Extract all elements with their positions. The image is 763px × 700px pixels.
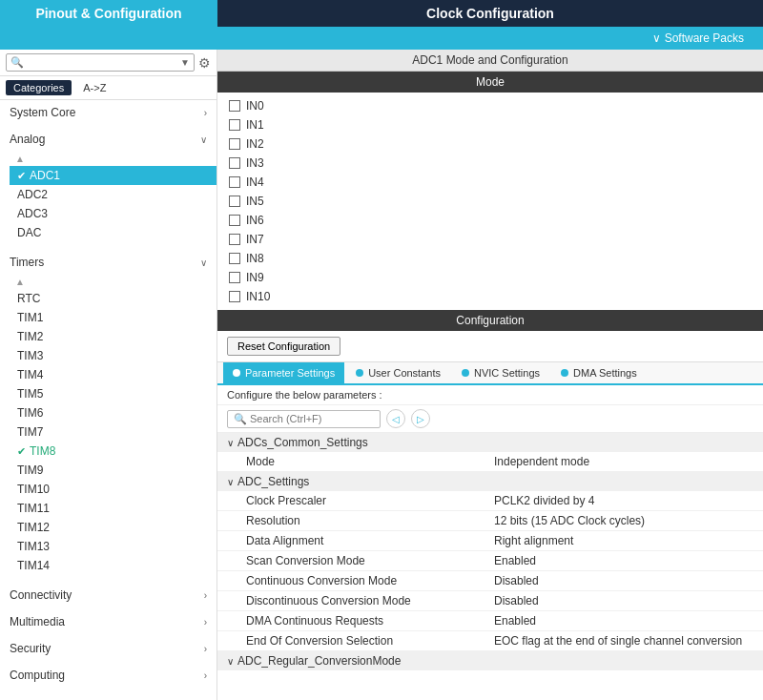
group-adc-settings[interactable]: ∨ ADC_Settings: [217, 472, 763, 491]
tab-dma-settings[interactable]: DMA Settings: [551, 362, 647, 385]
params-search-input[interactable]: [250, 413, 374, 424]
system-core-arrow-icon: ›: [204, 108, 207, 118]
sidebar-item-tim4[interactable]: TIM4: [10, 365, 217, 384]
tab-az[interactable]: A->Z: [75, 80, 113, 95]
sidebar-item-adc3[interactable]: ADC3: [10, 204, 217, 223]
sidebar-item-tim9[interactable]: TIM9: [10, 461, 217, 480]
params-prev-button[interactable]: ◁: [386, 409, 405, 428]
sidebar-search-input[interactable]: [26, 57, 180, 69]
sidebar-item-tim7[interactable]: TIM7: [10, 422, 217, 442]
sidebar-item-tim13[interactable]: TIM13: [10, 537, 217, 556]
group-analog: Analog ∨ ▲ ✔ ADC1 ADC2: [0, 127, 217, 248]
adc1-check-icon: ✔: [17, 170, 26, 182]
param-row-dma-continuous: DMA Continuous Requests Enabled: [217, 611, 763, 631]
mode-item-in4: IN4: [229, 173, 752, 192]
group-analog-header[interactable]: Analog ∨: [0, 127, 217, 152]
mode-item-in5: IN5: [229, 192, 752, 211]
param-row-mode: Mode Independent mode: [217, 452, 763, 472]
param-row-clock-prescaler: Clock Prescaler PCLK2 divided by 4: [217, 491, 763, 511]
sidebar-item-tim11[interactable]: TIM11: [10, 499, 217, 518]
top-header: Pinout & Configuration Clock Configurati…: [0, 0, 763, 27]
in7-checkbox[interactable]: [229, 234, 240, 245]
sidebar-item-tim14[interactable]: TIM14: [10, 556, 217, 575]
param-row-scan-conversion: Scan Conversion Mode Enabled: [217, 551, 763, 571]
sidebar: 🔍 ▼ ⚙ Categories A->Z: [0, 50, 217, 700]
group-timers: Timers ∨ ▲ RTC TIM1 TIM2 TIM3 TIM4 TIM5 …: [0, 250, 217, 581]
sidebar-item-tim5[interactable]: TIM5: [10, 384, 217, 403]
right-panel: ADC1 Mode and Configuration Mode IN0 IN1…: [217, 50, 763, 700]
sidebar-item-tim12[interactable]: TIM12: [10, 518, 217, 537]
mode-item-in8: IN8: [229, 249, 752, 268]
group-system-core-header[interactable]: System Core ›: [0, 100, 217, 125]
group-connectivity-header[interactable]: Connectivity ›: [0, 583, 217, 607]
divider-2: [0, 575, 217, 581]
gear-icon[interactable]: ⚙: [198, 55, 211, 71]
mode-item-in6: IN6: [229, 211, 752, 230]
mode-item-in9: IN9: [229, 268, 752, 287]
tab-categories[interactable]: Categories: [6, 80, 72, 95]
software-packs-bar[interactable]: ∨ Software Packs: [0, 27, 763, 50]
sidebar-item-tim2[interactable]: TIM2: [10, 327, 217, 346]
mode-item-in0: IN0: [229, 96, 752, 115]
sidebar-item-tim1[interactable]: TIM1: [10, 308, 217, 327]
params-search-box[interactable]: 🔍: [227, 410, 381, 428]
multimedia-arrow-icon: ›: [204, 617, 207, 628]
sidebar-item-rtc[interactable]: RTC: [10, 289, 217, 308]
sidebar-search-dropdown-icon[interactable]: ▼: [180, 57, 190, 68]
sidebar-item-dac[interactable]: DAC: [10, 223, 217, 242]
in2-checkbox[interactable]: [229, 138, 240, 150]
param-row-data-alignment: Data Alignment Right alignment: [217, 531, 763, 551]
sidebar-item-adc1[interactable]: ✔ ADC1: [10, 166, 217, 185]
params-next-button[interactable]: ▷: [411, 409, 430, 428]
params-search-bar: 🔍 ◁ ▷: [217, 405, 763, 433]
reset-configuration-button[interactable]: Reset Configuration: [227, 337, 340, 356]
sidebar-item-tim3[interactable]: TIM3: [10, 346, 217, 365]
in5-checkbox[interactable]: [229, 196, 240, 207]
params-list: ∨ ADCs_Common_Settings Mode Independent …: [217, 433, 763, 700]
mode-section-header: Mode: [217, 72, 763, 93]
sidebar-item-adc2[interactable]: ADC2: [10, 185, 217, 204]
analog-sort-row: ▲: [10, 152, 217, 166]
in3-checkbox[interactable]: [229, 157, 240, 169]
params-search-icon: 🔍: [234, 413, 247, 425]
group-adc-regular-conversion[interactable]: ∨ ADC_Regular_ConversionMode: [217, 651, 763, 670]
clock-header: Clock Configuration: [217, 0, 763, 27]
sidebar-search-wrapper[interactable]: 🔍 ▼: [6, 53, 195, 72]
in1-checkbox[interactable]: [229, 119, 240, 131]
in10-checkbox[interactable]: [229, 291, 240, 302]
mode-items: IN0 IN1 IN2 IN3 IN4: [217, 93, 763, 310]
panel-title: ADC1 Mode and Configuration: [217, 50, 763, 72]
sidebar-item-tim10[interactable]: TIM10: [10, 480, 217, 499]
computing-arrow-icon: ›: [204, 670, 207, 681]
group-security-header[interactable]: Security ›: [0, 636, 217, 661]
group-multimedia-header[interactable]: Multimedia ›: [0, 609, 217, 634]
in8-checkbox[interactable]: [229, 253, 240, 264]
reset-bar: Reset Configuration: [217, 331, 763, 362]
adc-regular-arrow-icon: ∨: [227, 656, 234, 667]
timers-sort-row: ▲: [10, 275, 217, 289]
group-multimedia: Multimedia ›: [0, 609, 217, 634]
in6-checkbox[interactable]: [229, 215, 240, 226]
mode-item-in1: IN1: [229, 115, 752, 134]
in0-checkbox[interactable]: [229, 100, 240, 112]
adc-settings-arrow-icon: ∨: [227, 477, 234, 487]
sidebar-search-icon: 🔍: [10, 56, 24, 69]
sidebar-item-tim6[interactable]: TIM6: [10, 403, 217, 422]
dma-settings-dot: [561, 369, 568, 377]
group-adcs-common-settings[interactable]: ∨ ADCs_Common_Settings: [217, 433, 763, 452]
tab-parameter-settings[interactable]: Parameter Settings: [223, 362, 344, 385]
software-packs-label[interactable]: ∨ Software Packs: [652, 31, 744, 45]
group-computing-header[interactable]: Computing ›: [0, 663, 217, 688]
sidebar-item-tim8[interactable]: ✔ TIM8: [10, 442, 217, 461]
analog-arrow-icon: ∨: [200, 134, 207, 145]
group-timers-header[interactable]: Timers ∨: [0, 250, 217, 275]
group-computing: Computing ›: [0, 663, 217, 688]
config-body: Reset Configuration Parameter Settings U…: [217, 331, 763, 700]
tab-nvic-settings[interactable]: NVIC Settings: [452, 362, 549, 385]
in9-checkbox[interactable]: [229, 272, 240, 283]
tab-user-constants[interactable]: User Constants: [346, 362, 450, 385]
in4-checkbox[interactable]: [229, 176, 240, 188]
connectivity-arrow-icon: ›: [204, 590, 207, 601]
mode-item-in3: IN3: [229, 154, 752, 173]
group-connectivity: Connectivity ›: [0, 583, 217, 607]
